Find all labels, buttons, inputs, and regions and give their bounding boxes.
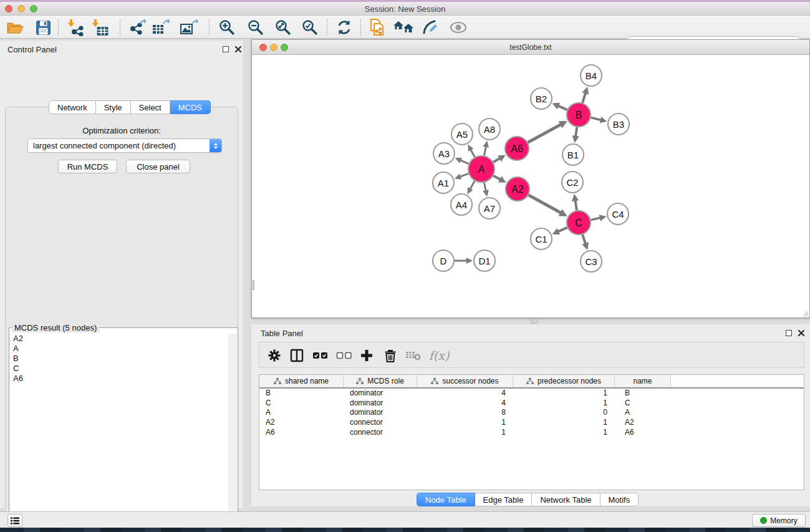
table-close-icon[interactable] [798, 329, 805, 337]
network-canvas[interactable]: AA1A2A3A4A5A6A7A8BB1B2B3B4CC1C2C3C4DD1 [252, 56, 809, 317]
table-cell[interactable]: connector [344, 428, 417, 438]
window-resize-grip[interactable] [801, 309, 809, 317]
attribute-icon [356, 378, 364, 385]
result-item[interactable]: A [10, 344, 228, 354]
table-cell[interactable]: 4 [417, 399, 513, 409]
table-cell[interactable]: 1 [513, 428, 615, 438]
memory-button[interactable]: Memory [752, 514, 806, 527]
hide-annotations-icon[interactable] [419, 17, 440, 37]
table-cell[interactable]: connector [344, 418, 417, 428]
criterion-dropdown[interactable]: largest connected component (directed) [27, 138, 222, 153]
app-title: Session: New Session [0, 4, 810, 14]
table-cell[interactable]: 0 [513, 408, 615, 418]
tab-style[interactable]: Style [96, 100, 131, 114]
column-header-shared-name[interactable]: shared name [259, 375, 344, 387]
result-item[interactable]: C [10, 364, 228, 374]
table-cell[interactable]: A6 [615, 428, 671, 438]
network-window-titlebar: testGlobe.txt [252, 40, 809, 55]
table-cell[interactable]: 1 [513, 389, 615, 399]
run-mcds-button[interactable]: Run MCDS [58, 160, 117, 173]
task-history-button[interactable] [7, 514, 22, 527]
column-header-successor-nodes[interactable]: successor nodes [417, 375, 513, 387]
float-panel-icon[interactable] [223, 46, 229, 52]
column-header-predecessor-nodes[interactable]: predecessor nodes [513, 375, 615, 387]
table-row[interactable]: A2connector11A2 [259, 418, 804, 428]
export-network-icon[interactable] [127, 17, 148, 37]
column-header-MCDS-role[interactable]: MCDS role [344, 375, 417, 387]
add-column-icon[interactable] [357, 346, 377, 365]
column-header-name[interactable]: name [615, 375, 671, 387]
table-cell[interactable]: A [259, 408, 344, 418]
close-panel-icon[interactable] [234, 46, 242, 53]
tab-mcds[interactable]: MCDS [170, 100, 211, 114]
export-table-icon[interactable] [150, 17, 171, 37]
table-float-icon[interactable] [786, 330, 792, 336]
split-pane-handle[interactable] [531, 319, 538, 324]
table-row[interactable]: Bdominator41B [259, 389, 804, 399]
table-cell[interactable]: B [615, 389, 671, 399]
zoom-selected-icon[interactable] [299, 17, 321, 37]
table-options-icon[interactable] [264, 346, 284, 365]
edge-A2-C[interactable] [529, 195, 564, 215]
result-item[interactable]: A2 [10, 334, 228, 344]
table-cell[interactable]: A6 [259, 428, 344, 438]
tab-network[interactable]: Network [49, 100, 96, 114]
result-item[interactable]: A6 [10, 374, 228, 384]
table-cell[interactable]: 1 [417, 428, 513, 438]
table-cell[interactable]: dominator [344, 399, 417, 409]
table-cell[interactable]: 1 [513, 399, 615, 409]
table-cell[interactable]: 1 [417, 418, 513, 428]
cyndex-home-icon[interactable] [393, 17, 414, 37]
table-cell[interactable]: B [259, 389, 344, 399]
graph-node-label: A4 [456, 200, 467, 210]
table-cell[interactable]: 4 [417, 389, 513, 399]
table-cell[interactable]: C [259, 399, 344, 409]
export-image-icon[interactable] [178, 17, 200, 37]
toolbar-separator [120, 19, 120, 36]
zoom-fit-icon[interactable] [272, 17, 294, 37]
table-cell[interactable]: 1 [513, 418, 615, 428]
tab-select[interactable]: Select [131, 100, 170, 114]
table-cell[interactable]: A [615, 408, 671, 418]
deselect-all-checkboxes-icon[interactable] [334, 346, 354, 365]
dropdown-stepper-icon [210, 139, 221, 152]
save-session-icon[interactable] [32, 17, 54, 37]
table-row[interactable]: A6connector11A6 [259, 428, 804, 438]
table-row[interactable]: Adominator80A [259, 408, 804, 418]
zoom-in-icon[interactable] [216, 17, 238, 37]
table-cell[interactable]: A2 [259, 418, 344, 428]
tab-motifs[interactable]: Motifs [600, 493, 639, 506]
result-item[interactable]: B [10, 354, 228, 364]
table-cell[interactable]: C [615, 399, 671, 409]
select-all-checkboxes-icon[interactable] [311, 346, 330, 365]
attribute-icon [274, 378, 281, 385]
open-session-icon[interactable] [4, 17, 26, 37]
table-row[interactable]: Cdominator41C [259, 399, 804, 409]
tab-edge-table[interactable]: Edge Table [475, 493, 533, 506]
import-network-icon[interactable] [65, 17, 86, 37]
show-graphics-details-icon[interactable] [448, 17, 469, 37]
table-panel-title: Table Panel [261, 329, 303, 338]
delete-table-icon[interactable] [403, 346, 423, 365]
zoom-out-icon[interactable] [245, 17, 266, 37]
edge-A6-B[interactable] [528, 123, 563, 143]
result-scrollbar[interactable] [229, 334, 237, 532]
table-cell[interactable]: dominator [344, 408, 417, 418]
refresh-layout-icon[interactable] [334, 17, 355, 37]
show-column-icon[interactable] [287, 346, 307, 365]
edge-arrowhead [600, 117, 607, 123]
panel-divider-thumb[interactable] [251, 280, 254, 290]
table-cell[interactable]: A2 [615, 418, 671, 428]
status-bar: Memory [0, 511, 810, 528]
import-table-icon[interactable] [89, 17, 110, 37]
table-cell[interactable]: 8 [417, 408, 513, 418]
close-panel-button[interactable]: Close panel [126, 160, 190, 173]
clone-network-icon[interactable] [367, 17, 388, 37]
delete-columns-icon[interactable] [380, 346, 400, 365]
tab-network-table[interactable]: Network Table [532, 493, 600, 506]
graph-node-label: C [575, 218, 582, 228]
criterion-dropdown-value: largest connected component (directed) [28, 141, 210, 150]
table-cell[interactable]: dominator [344, 389, 417, 399]
tab-node-table[interactable]: Node Table [417, 493, 475, 506]
function-builder-icon[interactable]: f(x) [429, 346, 449, 365]
